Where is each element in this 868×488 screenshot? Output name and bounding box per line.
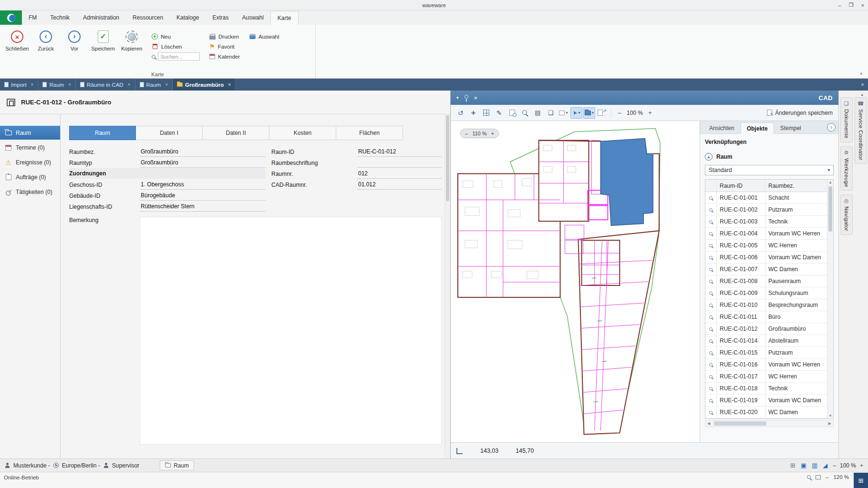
table-row[interactable]: RUE-C-01-019 Vorraum WC Damen <box>705 395 827 407</box>
doc-tab-grossraumbuero[interactable]: Großraumbüro × <box>173 79 236 91</box>
table-row[interactable]: RUE-C-01-009 Schulungsraum <box>705 287 827 299</box>
scroll-right-icon[interactable]: ▶ <box>828 421 831 426</box>
tab-stempel[interactable]: Stempel <box>774 122 807 133</box>
menu-tab-administration[interactable]: Administration <box>76 11 126 25</box>
field-value[interactable]: RUE-C-01-012 <box>357 148 442 157</box>
row-search-icon[interactable] <box>705 335 717 346</box>
row-search-icon[interactable] <box>705 347 717 358</box>
pin-icon[interactable] <box>465 95 468 99</box>
zoom-in-button[interactable]: + <box>647 109 653 116</box>
view-select-dropdown[interactable]: ▾ <box>558 107 569 119</box>
vtab-werkzeuge[interactable]: ⚙ Werkzeuge <box>840 146 853 191</box>
table-row[interactable]: RUE-C-01-003 Technik <box>705 216 827 228</box>
nav-item-auftraege[interactable]: Aufträge (0) <box>0 170 60 184</box>
save-button[interactable]: Speichern <box>89 28 117 51</box>
preview-button[interactable] <box>506 107 518 119</box>
nav-item-ereignisse[interactable]: ⚠ Ereignisse (0) <box>0 155 60 169</box>
field-value[interactable] <box>357 159 442 168</box>
layers-button[interactable]: ▤ <box>532 107 544 119</box>
close-tab-icon[interactable]: × <box>128 82 131 87</box>
field-value[interactable]: Großraumbüro <box>140 159 266 168</box>
scrollbar-thumb[interactable] <box>714 421 766 426</box>
nav-item-termine[interactable]: Termine (0) <box>0 141 60 154</box>
doc-tab-raum-1[interactable]: Raum × <box>38 79 76 91</box>
print-button[interactable]: Drucken <box>209 32 240 41</box>
close-tab-icon[interactable]: × <box>165 82 168 87</box>
table-row[interactable]: RUE-C-01-011 Büro <box>705 311 827 323</box>
tab-raum[interactable]: Raum <box>69 126 136 140</box>
new-button[interactable]: + Neu <box>152 32 200 41</box>
row-search-icon[interactable] <box>705 359 717 370</box>
table-row[interactable]: RUE-C-01-014 Abstellraum <box>705 335 827 347</box>
field-value[interactable]: 012 <box>357 170 442 179</box>
maximize-button[interactable]: ❐ <box>849 2 854 8</box>
row-search-icon[interactable] <box>705 311 717 323</box>
ribbon-collapse-icon[interactable]: ▴ <box>860 71 862 75</box>
folder-tool-button[interactable]: ▾ <box>583 107 595 119</box>
table-row[interactable]: RUE-C-01-006 Vorraum WC Damen <box>705 252 827 264</box>
grid-button[interactable] <box>480 107 492 119</box>
raum-expander[interactable]: ▲ Raum <box>705 153 834 161</box>
corner-grid-icon[interactable]: ⊞ <box>854 473 868 488</box>
favorite-button[interactable]: ⚑ Favorit <box>209 42 240 51</box>
scroll-down-icon[interactable]: ▼ <box>827 414 833 418</box>
doc-tab-import[interactable]: Import × <box>0 79 38 91</box>
raumbez-column-header[interactable]: Raumbez. <box>765 180 827 192</box>
close-record-button[interactable]: × Schließen <box>3 28 31 51</box>
magnifier-icon[interactable] <box>807 475 811 479</box>
table-row[interactable]: RUE-C-01-010 Besprechungsraum <box>705 299 827 311</box>
forward-button[interactable]: › Vor <box>60 28 89 51</box>
tab-flaechen[interactable]: Flächen <box>336 126 403 140</box>
rotate-view-button[interactable]: ↺ <box>455 107 466 119</box>
cad-close-icon[interactable]: × <box>474 94 478 102</box>
copy-button[interactable]: Kopieren <box>117 28 146 51</box>
zoom-out-button[interactable]: – <box>616 109 623 116</box>
row-search-icon[interactable] <box>705 287 717 299</box>
row-search-icon[interactable] <box>705 216 717 227</box>
sheets-button[interactable]: ❏ <box>545 107 557 119</box>
close-tab-icon[interactable]: × <box>228 82 231 87</box>
menu-tab-auswahl[interactable]: Auswahl <box>235 11 270 25</box>
layout-columns-icon[interactable]: ▥ <box>812 462 817 468</box>
zoom-out-button[interactable]: – <box>833 462 836 469</box>
row-search-icon[interactable] <box>705 407 717 418</box>
table-row[interactable]: RUE-C-01-012 Großraumbüro <box>705 323 827 335</box>
table-row[interactable]: RUE-C-01-018 Technik <box>705 383 827 395</box>
table-row[interactable]: RUE-C-01-004 Vorraum WC Herren <box>705 228 827 240</box>
field-value[interactable]: Bürogebäude <box>140 192 266 201</box>
vtab-service-coordinator[interactable]: ☎ Service Coordinator <box>855 97 867 164</box>
field-value[interactable]: 1. Obergeschoss <box>140 181 266 190</box>
nav-item-raum[interactable]: Raum <box>0 126 60 140</box>
menu-tab-technik[interactable]: Technik <box>43 11 76 25</box>
record-scrollbar[interactable] <box>444 114 450 458</box>
vtab-navigator[interactable]: ◎ Navigator <box>840 194 853 235</box>
row-search-icon[interactable] <box>705 371 717 382</box>
table-row[interactable]: RUE-C-01-005 WC Herren <box>705 240 827 252</box>
box-icon[interactable] <box>816 475 821 479</box>
row-search-icon[interactable] <box>705 240 717 251</box>
row-search-icon[interactable] <box>705 299 717 311</box>
table-row[interactable]: RUE-C-01-007 WC Damen <box>705 264 827 275</box>
layout-grid-icon[interactable]: ⊞ <box>790 462 796 468</box>
table-row[interactable]: RUE-C-01-017 WC Herren <box>705 371 827 383</box>
row-search-icon[interactable] <box>705 228 717 239</box>
field-value[interactable]: Großraumbüro <box>140 148 266 157</box>
save-changes-button[interactable]: Änderungen speichern <box>767 110 835 116</box>
table-vertical-scrollbar[interactable]: ▲ ▼ <box>827 180 833 418</box>
scroll-left-icon[interactable]: ◀ <box>707 421 710 426</box>
table-horizontal-scrollbar[interactable]: ◀ ▶ <box>705 420 834 427</box>
select-tool-button[interactable]: ➤▾ <box>570 107 582 119</box>
raum-id-column-header[interactable]: Raum-ID <box>717 180 765 192</box>
floor-plan-svg[interactable] <box>451 121 700 442</box>
row-search-icon[interactable] <box>705 192 717 203</box>
table-row[interactable]: RUE-C-01-002 Putzraum <box>705 204 827 216</box>
back-button[interactable]: ‹ Zurück <box>31 28 60 51</box>
scrollbar-thumb[interactable] <box>446 115 449 201</box>
pinned-tab-raum[interactable]: Raum <box>160 460 194 470</box>
close-tab-icon[interactable]: × <box>68 82 71 87</box>
menu-tab-karte[interactable]: Karte <box>270 11 299 25</box>
selection-button[interactable]: Auswahl <box>249 32 279 41</box>
layout-flag-icon[interactable]: ◢ <box>823 462 827 468</box>
row-search-icon[interactable] <box>705 395 717 406</box>
tab-daten-1[interactable]: Daten I <box>136 126 203 140</box>
